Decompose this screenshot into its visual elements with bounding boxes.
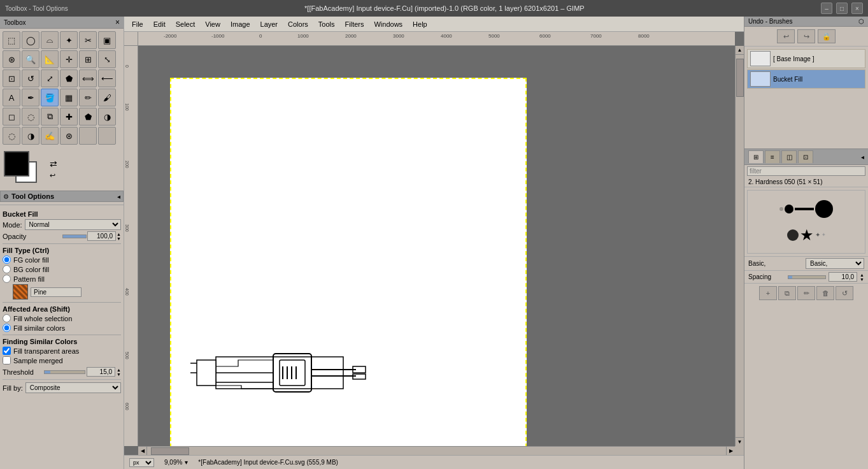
threshold-slider[interactable] [44,370,85,374]
undo-button[interactable]: ↩ [777,29,795,43]
fg-color-fill-radio[interactable] [3,256,11,264]
minimize-button[interactable]: – [821,3,832,14]
zoom-dropdown-icon[interactable]: ▾ [185,459,188,466]
tool-heal[interactable]: ✚ [60,108,78,126]
delete-brush-button[interactable]: 🗑 [816,286,834,300]
scrollbar-vertical[interactable]: ▲ ▼ [735,46,744,446]
unit-select[interactable]: px mm in [129,458,154,467]
scroll-thumb-horizontal[interactable] [151,447,189,455]
history-lock-button[interactable]: 🔒 [818,29,836,43]
brush-tab-detail[interactable]: ◫ [781,150,797,163]
threshold-down-icon[interactable]: ▼ [117,372,121,377]
menu-tools[interactable]: Tools [313,19,340,29]
tool-perspective-clone[interactable]: ⬟ [79,108,97,126]
tool-crop[interactable]: ⊡ [3,69,20,87]
scroll-down-button[interactable]: ▼ [736,437,744,446]
spacing-up-icon[interactable]: ▲ [860,273,864,277]
menu-view[interactable]: View [200,19,225,29]
tool-eraser[interactable]: ◻ [3,108,20,126]
tool-path[interactable]: ✒ [22,89,39,106]
menu-windows[interactable]: Windows [369,19,408,29]
duplicate-brush-button[interactable]: ⧉ [778,286,796,300]
tool-perspective[interactable]: ⟺ [79,69,97,87]
tool-align[interactable]: ⊞ [79,50,97,68]
pattern-swatch[interactable] [13,284,28,299]
swap-colors-icon[interactable]: ⇄ [50,159,57,169]
menu-filters[interactable]: Filters [340,19,369,29]
scroll-up-button[interactable]: ▲ [736,46,744,55]
fill-by-select[interactable]: Composite Line Art [25,382,121,393]
menu-file[interactable]: File [127,19,148,29]
opacity-down-icon[interactable]: ▼ [117,236,121,241]
tool-scale[interactable]: ⤢ [41,69,59,87]
tool-blur[interactable]: ◑ [98,108,116,126]
tool-bucket-fill[interactable]: 🪣 [41,89,59,106]
menu-select[interactable]: Select [171,19,201,29]
tool-clone[interactable]: ⧉ [41,108,59,126]
scroll-left-button[interactable]: ◀ [138,447,147,455]
tool-ellipse-select[interactable]: ◯ [22,31,39,49]
tool-mypaint[interactable]: ⊛ [60,127,78,145]
brushes-panel-collapse[interactable]: ◂ [861,154,864,161]
menu-edit[interactable]: Edit [148,19,171,29]
tool-by-color[interactable]: ▣ [98,31,116,49]
edit-brush-button[interactable]: ✏ [797,286,815,300]
brush-tab-list[interactable]: ≡ [765,150,780,163]
scrollbar-horizontal[interactable]: ◀ ▶ [138,446,735,455]
foreground-color-swatch[interactable] [4,151,29,177]
layer-item-base[interactable]: [ Base Image ] [747,49,865,68]
tool-rect-select[interactable]: ⬚ [3,31,20,49]
mode-select[interactable]: Normal Multiply Screen [25,219,121,230]
toolbox-close-icon[interactable]: × [115,18,120,27]
tool-warp[interactable]: ⤡ [98,50,116,68]
reset-colors-icon[interactable]: ↩ [50,171,57,180]
menu-help[interactable]: Help [408,19,432,29]
tool-zoom[interactable]: 🔍 [22,50,39,68]
tool-airbrush[interactable]: ◌ [22,108,39,126]
opacity-slider[interactable] [62,234,87,238]
redo-button[interactable]: ↪ [797,29,815,43]
fill-whole-selection-radio[interactable] [3,314,11,322]
threshold-up-icon[interactable]: ▲ [117,368,121,372]
tool-shear[interactable]: ⬟ [60,69,78,87]
new-brush-button[interactable]: + [759,286,777,300]
close-button[interactable]: × [851,3,863,14]
tool-paintbrush[interactable]: 🖌 [98,89,116,106]
menu-layer[interactable]: Layer [255,19,283,29]
tool-rotate[interactable]: ↺ [22,69,39,87]
brush-tab-grid[interactable]: ⊞ [748,150,764,163]
scroll-right-button[interactable]: ▶ [726,447,735,455]
opacity-up-icon[interactable]: ▲ [117,232,121,236]
layer-item-bucket[interactable]: Bucket Fill [747,69,865,89]
tool-dodge[interactable]: ◑ [22,127,39,145]
bg-color-fill-radio[interactable] [3,265,11,273]
tool-blend[interactable]: ▦ [60,89,78,106]
panel-collapse-icon[interactable]: ◂ [117,193,120,200]
menu-colors[interactable]: Colors [283,19,313,29]
brush-tab-extra[interactable]: ⊡ [798,150,813,163]
panel-expand-icon[interactable]: ⬡ [858,18,864,25]
pattern-name-input[interactable] [31,287,82,297]
sample-merged-checkbox[interactable] [3,356,11,364]
tool-text[interactable]: A [3,89,20,106]
maximize-button[interactable]: □ [836,3,848,14]
tool-free-select[interactable]: ⌓ [41,31,59,49]
refresh-brush-button[interactable]: ↺ [836,286,853,300]
tool-scissors[interactable]: ✂ [79,31,97,49]
tool-fuzzy-select[interactable]: ✦ [60,31,78,49]
tool-move[interactable]: ✛ [60,50,78,68]
tool-foreground[interactable]: ⊛ [3,50,20,68]
tool-pencil[interactable]: ✏ [79,89,97,106]
fill-transparent-checkbox[interactable] [3,347,11,355]
tool-ink[interactable]: ✍ [41,127,59,145]
tool-smudge[interactable]: ◌ [3,127,20,145]
tool-flip[interactable]: ⟵ [98,69,116,87]
pattern-fill-radio[interactable] [3,275,11,283]
tool-measure[interactable]: 📐 [41,50,59,68]
spacing-slider[interactable] [788,275,826,279]
brush-category-select[interactable]: Basic, [806,258,864,269]
canvas-viewport[interactable] [138,46,735,446]
fill-similar-colors-radio[interactable] [3,324,11,332]
brush-filter-input[interactable] [747,166,865,176]
scroll-thumb-vertical[interactable] [736,59,744,97]
